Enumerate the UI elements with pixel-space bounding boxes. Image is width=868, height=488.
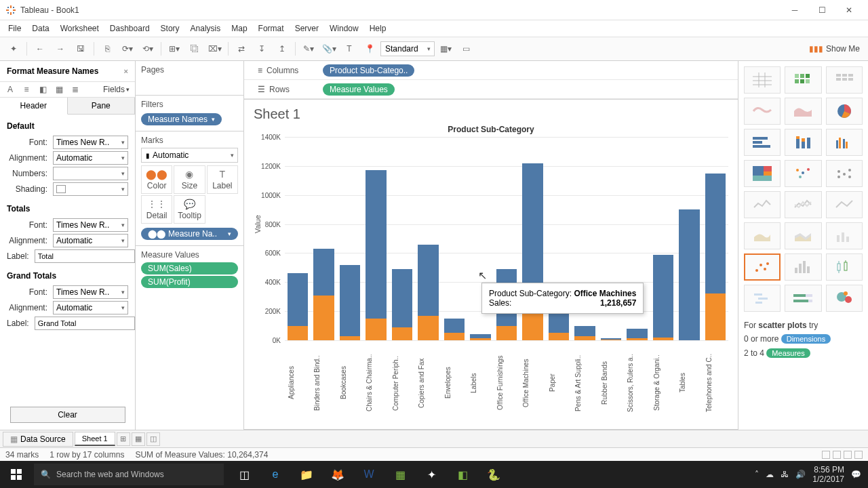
grand-font-select[interactable]: Times New R.. — [53, 285, 128, 299]
tab-data-source[interactable]: ▦Data Source — [3, 432, 73, 447]
sm-scatter[interactable] — [744, 253, 781, 281]
bar[interactable] — [653, 137, 673, 340]
showme-button[interactable]: ▮▮▮ Show Me — [805, 44, 864, 54]
color-pill-measure-names[interactable]: ⬤⬤Measure Na..▾ — [141, 228, 238, 240]
sm-symbol-map[interactable] — [744, 98, 781, 125]
tray-network-icon[interactable]: 🖧 — [781, 470, 789, 479]
close-button[interactable]: ✕ — [835, 1, 863, 20]
mark-size-button[interactable]: ◉Size — [174, 165, 205, 194]
menu-help[interactable]: Help — [364, 22, 392, 35]
lines-icon[interactable]: ≣ — [71, 85, 80, 94]
labels-button[interactable]: T — [340, 39, 359, 58]
mark-type-select[interactable]: ▮Automatic — [141, 148, 238, 163]
duplicate-button[interactable]: ⿻ — [185, 39, 204, 58]
view-icon-1[interactable] — [822, 451, 830, 459]
bar[interactable] — [444, 137, 465, 340]
refresh-button[interactable]: ⟲▾ — [138, 39, 157, 58]
sm-side-circle[interactable] — [826, 160, 863, 187]
menu-dashboard[interactable]: Dashboard — [104, 22, 155, 35]
sort-desc-button[interactable]: ↥ — [273, 39, 292, 58]
sm-packed-bubbles[interactable] — [826, 285, 863, 312]
start-button[interactable] — [0, 461, 33, 488]
new-datasource-button[interactable]: ⎘ — [98, 39, 117, 58]
view-icon-2[interactable] — [833, 451, 841, 459]
sm-gantt[interactable] — [744, 285, 781, 312]
sm-histogram[interactable] — [785, 253, 821, 281]
default-font-select[interactable]: Times New R.. — [53, 136, 128, 149]
task-view-icon[interactable]: ◫ — [229, 461, 259, 488]
start-icon[interactable]: ✦ — [4, 39, 23, 58]
menu-format[interactable]: Format — [253, 22, 290, 35]
new-story-tab[interactable]: ◫ — [146, 432, 160, 446]
default-numbers-select[interactable] — [53, 167, 128, 180]
autoupdate-button[interactable]: ⟳▾ — [118, 39, 137, 58]
fit-select[interactable]: Standard — [380, 41, 435, 56]
highlight-button[interactable]: ✎▾ — [299, 39, 318, 58]
tableau-task-icon[interactable]: ✦ — [416, 461, 446, 488]
mv-pill-sales[interactable]: SUM(Sales) — [141, 262, 238, 274]
sm-side-by-side-bar[interactable] — [826, 129, 863, 156]
tab-sheet1[interactable]: Sheet 1 — [75, 432, 115, 446]
edge-icon[interactable]: e — [260, 461, 290, 488]
sm-area-cont[interactable] — [744, 222, 781, 249]
totals-alignment-select[interactable]: Automatic — [53, 234, 128, 247]
font-icon[interactable]: A — [5, 85, 15, 94]
redo-button[interactable]: → — [51, 39, 70, 58]
bar[interactable] — [366, 137, 386, 340]
menu-map[interactable]: Map — [226, 22, 252, 35]
menu-analysis[interactable]: Analysis — [185, 22, 226, 35]
word-icon[interactable]: W — [354, 461, 384, 488]
save-button[interactable]: 🖫 — [71, 39, 90, 58]
group-button[interactable]: 📎▾ — [319, 39, 338, 58]
sm-circle-views[interactable] — [785, 160, 821, 187]
tab-header[interactable]: Header — [0, 98, 68, 115]
app-icon-2[interactable]: ◧ — [448, 461, 477, 488]
pin-button[interactable]: 📍 — [360, 39, 379, 58]
grand-alignment-select[interactable]: Automatic — [53, 301, 128, 314]
swap-button[interactable]: ⇄ — [232, 39, 251, 58]
tray-onedrive-icon[interactable]: ☁ — [766, 470, 774, 479]
new-worksheet-tab[interactable]: ⊞ — [117, 432, 130, 446]
python-icon[interactable]: 🐍 — [479, 461, 509, 488]
borders-icon[interactable]: ▦ — [54, 85, 64, 94]
sm-filled-map[interactable] — [785, 98, 821, 125]
bar[interactable] — [288, 137, 308, 340]
sm-hbar[interactable] — [744, 129, 781, 156]
sm-box-plot[interactable] — [826, 253, 863, 281]
align-icon[interactable]: ≡ — [22, 85, 31, 94]
default-shading-select[interactable] — [53, 182, 128, 196]
menu-server[interactable]: Server — [290, 22, 324, 35]
minimize-button[interactable]: ─ — [781, 1, 808, 20]
shading-icon[interactable]: ◧ — [38, 85, 47, 94]
sm-bullet[interactable] — [785, 285, 821, 312]
bar[interactable] — [705, 137, 726, 340]
bar[interactable] — [313, 137, 334, 340]
sm-heatmap[interactable] — [785, 66, 821, 94]
sm-dual-line[interactable] — [826, 191, 863, 218]
sm-treemap[interactable] — [744, 160, 781, 187]
present-button[interactable]: ▭ — [456, 39, 475, 58]
view-icon-3[interactable] — [844, 451, 852, 459]
menu-file[interactable]: File — [3, 22, 26, 35]
new-dashboard-tab[interactable]: ▦ — [132, 432, 145, 446]
sm-stacked-bar[interactable] — [785, 129, 821, 156]
bar[interactable] — [418, 137, 438, 340]
taskbar-clock[interactable]: 8:56 PM1/2/2017 — [812, 465, 844, 485]
grand-label-input[interactable] — [35, 317, 135, 330]
bar[interactable] — [679, 137, 699, 340]
totals-font-select[interactable]: Times New R.. — [53, 218, 128, 232]
view-icon-4[interactable] — [854, 451, 863, 459]
tab-pane[interactable]: Pane — [68, 98, 136, 114]
explorer-icon[interactable]: 📁 — [292, 461, 321, 488]
sm-pie[interactable] — [826, 98, 863, 125]
sm-highlight-table[interactable] — [826, 66, 863, 94]
mark-label-button[interactable]: TLabel — [207, 165, 238, 194]
default-alignment-select[interactable]: Automatic — [53, 151, 128, 165]
cards-button[interactable]: ▦▾ — [436, 39, 455, 58]
sm-text-table[interactable] — [744, 66, 781, 94]
firefox-icon[interactable]: 🦊 — [323, 461, 353, 488]
menu-story[interactable]: Story — [155, 22, 185, 35]
sm-area-disc[interactable] — [785, 222, 821, 249]
rows-pill[interactable]: Measure Values — [323, 83, 395, 96]
mark-color-button[interactable]: ⬤⬤Color — [141, 165, 172, 194]
